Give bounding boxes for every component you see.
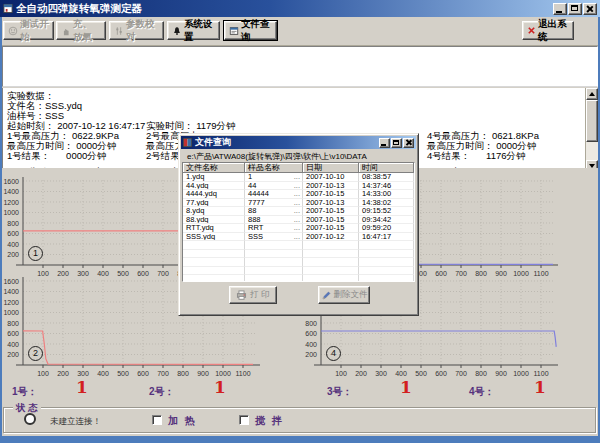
svg-text:1000: 1000: [3, 309, 19, 316]
oxygen-fill-release-button[interactable]: 充、放氧: [56, 21, 106, 40]
svg-text:800: 800: [475, 370, 487, 377]
column-header-time[interactable]: 时间: [359, 163, 414, 173]
file-row[interactable]: 88.ydq888...2007-10-1509:34:42: [183, 216, 414, 225]
bomb4-number-label: 4号：: [469, 385, 495, 399]
file-table-body: 1.ydq1...2007-10-1008:38:5744.ydq44...20…: [183, 173, 414, 282]
svg-text:500: 500: [415, 370, 427, 377]
bomb1-result: 1号结果： 0000分钟: [7, 150, 106, 163]
stir-checkbox[interactable]: [239, 415, 249, 425]
data-folder-path: e:\产品\ATWA08(旋转氧弹)\四弹\软件\上\v10\DATA: [187, 151, 367, 162]
start-test-button[interactable]: 测试开始: [3, 21, 54, 40]
print-button[interactable]: 打 印: [229, 286, 277, 304]
exit-system-label: 退出系统: [538, 18, 569, 44]
svg-text:400: 400: [97, 370, 109, 377]
svg-text:100: 100: [37, 370, 49, 377]
bomb1-number-value: 1: [76, 377, 88, 397]
svg-text:300: 300: [375, 370, 387, 377]
svg-text:400: 400: [305, 341, 317, 348]
delete-file-button[interactable]: 删除文件: [318, 286, 370, 304]
window-bottom-edge: [0, 436, 600, 443]
svg-text:200: 200: [305, 351, 317, 358]
dialog-maximize-button[interactable]: [391, 138, 402, 148]
column-header-filename[interactable]: 文件名称: [183, 163, 245, 173]
scrollbar-thumb[interactable]: [586, 100, 598, 142]
toolbar: 测试开始 充、放氧 参数校对 系统设置 文件查询 退出系统: [0, 17, 600, 46]
dialog-title: 文件查询: [195, 136, 378, 149]
svg-text:100: 100: [335, 370, 347, 377]
file-row-empty: [183, 267, 414, 276]
svg-text:800: 800: [7, 320, 19, 327]
svg-text:1000: 1000: [513, 370, 529, 377]
arrow-up-icon: [589, 92, 595, 96]
svg-text:200: 200: [7, 251, 19, 258]
file-row[interactable]: 8.ydq88...2007-10-1509:15:52: [183, 207, 414, 216]
svg-text:400: 400: [395, 370, 407, 377]
pencil-icon: [321, 290, 331, 300]
dialog-minimize-button[interactable]: [379, 138, 390, 148]
svg-text:300: 300: [77, 370, 89, 377]
scroll-up-button[interactable]: [586, 88, 598, 100]
file-row-empty: [183, 258, 414, 267]
svg-text:700: 700: [157, 370, 169, 377]
file-table-header: 文件名称 样品名称 日期 时间: [183, 163, 414, 173]
file-row[interactable]: 1.ydq1...2007-10-1008:38:57: [183, 173, 414, 182]
svg-text:1000: 1000: [3, 209, 19, 216]
svg-text:1600: 1600: [3, 178, 19, 185]
column-header-sample[interactable]: 样品名称: [245, 163, 303, 173]
window-left-edge: [0, 17, 2, 443]
system-settings-button[interactable]: 系统设置: [167, 21, 220, 40]
minimize-icon: [556, 11, 562, 13]
svg-text:1100: 1100: [235, 370, 250, 377]
svg-text:600: 600: [435, 370, 447, 377]
dialog-minimize-icon: [381, 144, 386, 146]
svg-text:1200: 1200: [3, 299, 19, 306]
oxygen-fill-release-label: 充、放氧: [73, 18, 101, 44]
svg-text:400: 400: [7, 341, 19, 348]
chart4-badge: 4: [326, 346, 341, 361]
parameter-calibration-label: 参数校对: [126, 18, 159, 44]
app-window: 全自动四弹旋转氧弹测定器 测试开始 充、放氧 参数校对 系统设置 文件查询 退出…: [0, 0, 600, 443]
bomb2-number-value: 1: [214, 377, 226, 397]
close-icon: [584, 4, 596, 14]
stir-label: 搅 拌: [255, 414, 284, 428]
svg-text:1600: 1600: [3, 278, 19, 285]
bomb4-result: 4号结果： 1176分钟: [427, 150, 526, 163]
chart1-badge: 1: [28, 246, 43, 261]
file-query-label: 文件查询: [241, 18, 272, 44]
svg-text:800: 800: [305, 320, 317, 327]
system-settings-label: 系统设置: [184, 18, 215, 44]
delete-file-button-label: 删除文件: [334, 289, 368, 301]
dialog-maximize-icon: [393, 140, 399, 145]
chart2-badge: 2: [28, 346, 43, 361]
svg-text:200: 200: [57, 370, 69, 377]
file-row[interactable]: 77.ydq7777...2007-10-1314:38:02: [183, 199, 414, 208]
dialog-titlebar: 文件查询: [181, 136, 416, 149]
file-row[interactable]: SSS.ydqSSS...2007-10-1216:47:17: [183, 233, 414, 242]
dialog-close-button[interactable]: [403, 138, 414, 148]
file-table: 文件名称 样品名称 日期 时间 1.ydq1...2007-10-1008:38…: [182, 162, 415, 282]
svg-text:1100: 1100: [533, 370, 548, 377]
svg-text:200: 200: [355, 370, 367, 377]
file-row[interactable]: 4444.ydq44444...2007-10-1514:33:00: [183, 190, 414, 199]
column-header-date[interactable]: 日期: [303, 163, 359, 173]
maximize-icon: [571, 5, 578, 11]
titlebar: 全自动四弹旋转氧弹测定器: [0, 0, 600, 17]
heat-checkbox[interactable]: [152, 415, 162, 425]
bomb4-number-value: 1: [534, 377, 546, 397]
exit-system-button[interactable]: 退出系统: [522, 21, 574, 40]
info-scrollbar[interactable]: [585, 88, 598, 172]
file-query-button[interactable]: 文件查询: [224, 21, 277, 40]
minimize-button[interactable]: [553, 3, 567, 15]
maximize-button[interactable]: [568, 3, 582, 15]
window-icon: [229, 26, 239, 36]
bomb2-number-label: 2号：: [149, 385, 175, 399]
parameter-calibration-button[interactable]: 参数校对: [109, 21, 164, 40]
file-row[interactable]: RTT.ydqRRT...2007-10-1509:59:20: [183, 224, 414, 233]
app-icon: [3, 4, 13, 14]
close-button[interactable]: [583, 3, 597, 15]
window-title: 全自动四弹旋转氧弹测定器: [16, 2, 552, 16]
print-button-label: 打 印: [250, 289, 269, 301]
file-row[interactable]: 44.ydq44...2007-10-1314:37:46: [183, 182, 414, 191]
dialog-icon: [183, 138, 192, 147]
status-groupbox: 状 态 未建立连接！ 加 热 搅 拌: [3, 407, 596, 433]
